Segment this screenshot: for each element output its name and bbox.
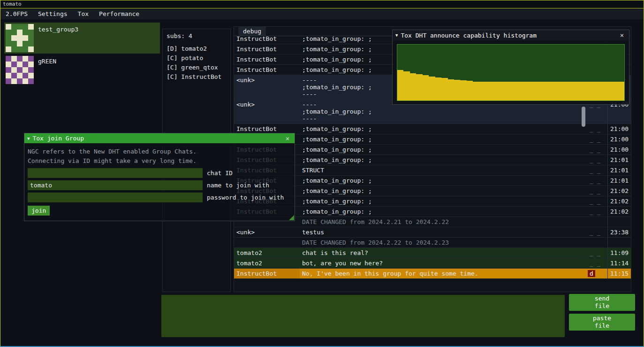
- member-item-instructbot[interactable]: [C] InstructBot: [167, 72, 227, 82]
- histogram-bar: [536, 82, 542, 100]
- menubar: 2.0FPS Settings Tox Performance: [0, 9, 644, 19]
- chat-row-flags: [581, 217, 607, 227]
- join-dialog-titlebar[interactable]: ▼ Tox join Group ×: [24, 133, 295, 143]
- histogram-bar: [612, 82, 618, 100]
- chat-row-sender: InstructBot: [234, 44, 300, 54]
- chat-row-flags: _ _: [581, 227, 607, 237]
- subs-count: subs: 4: [167, 32, 227, 40]
- histogram-bar: [473, 82, 479, 100]
- join-password-input[interactable]: [28, 193, 203, 202]
- chat-row-flags: [581, 238, 607, 247]
- chat-row-timestamp: 21:00: [607, 134, 631, 144]
- join-name-label: name to join with: [207, 182, 269, 189]
- chat-row-message: DATE CHANGED from 2024.2.21 to 2024.2.22: [300, 217, 581, 227]
- chat-row-timestamp: 21:00: [607, 145, 631, 154]
- resize-grip[interactable]: [289, 215, 294, 220]
- chat-row: tomato2chat is this real?_ _11:09: [234, 248, 631, 258]
- histogram-window-title: Tox DHT announce capability histogram: [401, 32, 618, 39]
- chat-row-sender: tomato2: [234, 258, 300, 268]
- chat-row-sender: InstructBot: [234, 34, 300, 44]
- chat-row-flags: _ _: [581, 196, 607, 206]
- paste-file-button[interactable]: paste file: [569, 314, 635, 331]
- join-name-input[interactable]: tomato: [28, 180, 203, 190]
- histogram-bar: [542, 82, 548, 100]
- chat-row-timestamp: 21:01: [607, 155, 631, 165]
- group-item-green[interactable]: gREEN: [4, 54, 160, 85]
- join-group-dialog: ▼ Tox join Group × NGC refers to the New…: [24, 133, 295, 221]
- chat-row-timestamp: 21:02: [607, 186, 631, 196]
- histogram-body: [393, 40, 629, 105]
- close-icon[interactable]: ×: [618, 31, 626, 39]
- chat-row-message: ;tomato_in_group: ;: [300, 134, 581, 144]
- chat-id-label: chat ID: [207, 170, 233, 177]
- ngc-info-line-2: Connecting via ID might take a very long…: [28, 156, 291, 166]
- join-button[interactable]: join: [28, 206, 50, 216]
- histogram-bar: [397, 70, 403, 100]
- message-input[interactable]: [161, 295, 565, 337]
- histogram-bar: [467, 81, 473, 100]
- chat-row-timestamp: 21:01: [607, 165, 631, 175]
- histogram-bar: [574, 82, 580, 100]
- histogram-bar: [485, 82, 492, 100]
- histogram-bar: [568, 82, 574, 100]
- chat-row-message: DATE CHANGED from 2024.2.22 to 2024.2.23: [300, 238, 581, 247]
- chat-row-timestamp: 11:14: [607, 258, 631, 268]
- menu-item-performance[interactable]: Performance: [94, 9, 144, 19]
- menu-item-settings[interactable]: Settings: [33, 9, 73, 19]
- histogram-bar: [460, 80, 466, 100]
- menu-item-tox[interactable]: Tox: [73, 9, 94, 19]
- chat-id-input[interactable]: [28, 168, 203, 178]
- chat-row-flags: _ _: [581, 258, 607, 268]
- chat-row-message: ;tomato_in_group: ;: [300, 124, 581, 134]
- histogram-bar: [593, 82, 599, 100]
- chat-row-message: ;tomato_in_group: ;: [300, 186, 581, 196]
- histogram-bar: [498, 82, 504, 100]
- histogram-bar: [479, 82, 485, 100]
- chat-row: <unk>testus_ _23:38: [234, 227, 631, 238]
- histogram-bar: [530, 82, 536, 100]
- chat-row-flags: _ _: [581, 134, 607, 144]
- collapse-arrow-icon[interactable]: ▼: [27, 136, 30, 141]
- histogram-bar: [523, 82, 530, 100]
- histogram-bar: [441, 78, 447, 100]
- delivered-flag: d: [588, 270, 595, 277]
- histogram-bar: [517, 82, 523, 100]
- app-window: tomato 2.0FPS Settings Tox Performance t…: [0, 0, 644, 347]
- group-avatar: [6, 24, 34, 52]
- histogram-bar: [599, 82, 605, 100]
- chat-row-flags: _ _: [581, 165, 607, 175]
- histogram-bar: [454, 80, 460, 100]
- chat-row-message: bot, are you new here?: [300, 258, 581, 268]
- chat-row-flags: _ _: [581, 155, 607, 165]
- chat-row-sender: <unk>: [234, 227, 300, 237]
- chat-row-sender: [234, 238, 300, 247]
- group-item-test_group3[interactable]: test_group3: [4, 23, 160, 54]
- chat-row-message: STRUCT: [300, 165, 581, 175]
- member-item-potato[interactable]: [C] potato: [167, 54, 227, 63]
- member-item-green_qtox[interactable]: [C] green_qtox: [167, 63, 227, 72]
- chat-row-flags: _ _: [581, 186, 607, 196]
- chat-row-flags: _ _: [581, 207, 607, 216]
- window-title: tomato: [3, 1, 22, 7]
- member-item-tomato2[interactable]: [D] tomato2: [167, 44, 227, 54]
- close-icon[interactable]: ×: [283, 135, 292, 142]
- group-sidebar: test_group3 gREEN: [4, 23, 160, 86]
- chat-row-sender: <unk>: [234, 100, 300, 123]
- histogram-bar: [561, 82, 567, 100]
- chat-row-sender: InstructBot: [234, 124, 300, 134]
- chat-row-message: ;tomato_in_group: ;: [300, 145, 581, 154]
- chat-row-timestamp: 21:01: [607, 176, 631, 185]
- chat-row-sender: tomato2: [234, 248, 300, 258]
- os-titlebar[interactable]: tomato: [0, 0, 644, 8]
- group-name: gREEN: [38, 56, 56, 84]
- chat-scrollbar-thumb[interactable]: [582, 107, 585, 127]
- join-password-label: password to join with: [207, 194, 284, 201]
- histogram-bar: [423, 75, 429, 100]
- chat-row-sender: InstructBot: [234, 54, 300, 64]
- chat-row-message: chat is this real?: [300, 248, 581, 258]
- histogram-window-titlebar[interactable]: ▼ Tox DHT announce capability histogram …: [393, 30, 629, 40]
- chat-row-message: testus: [300, 227, 581, 237]
- send-file-button[interactable]: send file: [569, 294, 635, 311]
- chat-row: tomato2bot, are you new here?_ _11:14: [234, 258, 631, 269]
- collapse-arrow-icon[interactable]: ▼: [395, 33, 398, 38]
